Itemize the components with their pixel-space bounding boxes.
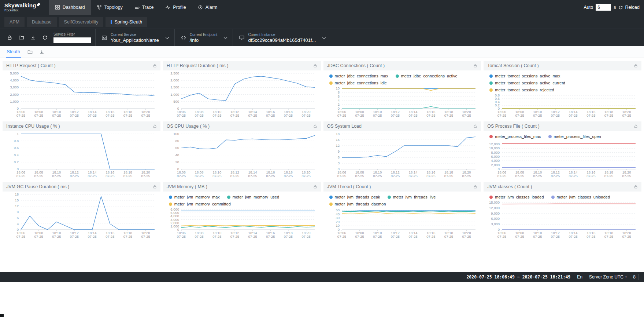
legend-item[interactable]: meter_process_files_max <box>489 134 541 140</box>
lock-icon[interactable] <box>473 185 477 189</box>
nav-item-profile[interactable]: Profile <box>159 0 192 15</box>
legend-dot-icon <box>329 203 333 206</box>
legend-item[interactable]: meter_jvm_memory_used <box>227 194 279 200</box>
chart-panel: JVM classes ( Count ) meter_jvm_classes_… <box>484 182 641 240</box>
selector-label: Current Service <box>111 33 159 37</box>
tab-sleuth[interactable]: Sleuth <box>6 46 21 58</box>
app-logo[interactable]: SkyWalking Rocketbot <box>4 3 40 12</box>
svg-text:07-25: 07-25 <box>408 113 417 117</box>
svg-text:07-25: 07-25 <box>141 174 150 178</box>
legend-item[interactable]: meter_tomcat_sessions_active_max <box>489 73 560 79</box>
svg-text:4: 4 <box>337 98 339 102</box>
legend-item[interactable]: meter_jvm_classes_unloaded <box>551 194 610 200</box>
service-filter: Service Filter <box>53 32 91 43</box>
svg-text:07-25: 07-25 <box>444 234 453 238</box>
download-icon[interactable] <box>39 50 44 55</box>
svg-text:6: 6 <box>337 94 339 98</box>
chart-plot[interactable]: 00.20.40.60.8118:0607-2518:0807-2518:100… <box>4 132 159 179</box>
legend-item[interactable]: meter_tomcat_sessions_active_current <box>489 80 565 86</box>
lock-icon[interactable] <box>153 124 157 128</box>
tab-apm[interactable]: APM <box>4 17 25 27</box>
legend-item[interactable]: meter_jdbc_connections_max <box>329 73 388 79</box>
server-zone-value[interactable]: 8 <box>630 274 639 280</box>
service-icon <box>101 35 107 41</box>
refresh-icon[interactable] <box>39 35 51 40</box>
chart-plot[interactable]: 01,0002,0003,0004,0005,00018:0607-2518:0… <box>4 71 159 118</box>
svg-text:500: 500 <box>173 99 179 103</box>
lock-icon[interactable] <box>634 63 638 68</box>
nav-item-dashboard[interactable]: Dashboard <box>49 0 91 15</box>
chart-plot[interactable]: 036912151818:0607-2518:0807-2518:1007-25… <box>4 192 159 239</box>
lock-icon[interactable] <box>313 185 317 189</box>
service-filter-input[interactable] <box>53 37 91 43</box>
time-range[interactable]: 2020-07-25 18:06:49 ~ 2020-07-25 18:21:4… <box>466 274 570 280</box>
folder-icon[interactable] <box>27 50 33 55</box>
panel-header: JVM Thread ( Count ) <box>323 182 481 192</box>
chart-plot[interactable]: 00.20.40.60.818:0607-2518:0807-2518:1007… <box>485 93 640 118</box>
chart-plot[interactable]: 036912151818:0607-2518:0807-2518:1007-25… <box>325 132 480 179</box>
legend-dot-icon <box>396 74 399 78</box>
legend-item[interactable]: meter_jvm_threads_live <box>388 194 436 200</box>
panel-body: meter_jvm_memory_maxmeter_jvm_memory_use… <box>163 192 321 240</box>
nav-label: Alarm <box>206 5 218 10</box>
legend-item[interactable]: meter_jdbc_connections_idle <box>329 80 387 86</box>
top-navbar: SkyWalking Rocketbot Dashboard Topology … <box>0 0 644 15</box>
chart-plot[interactable]: 03,0006,0009,00012,00015,00018:0607-2518… <box>485 200 640 239</box>
nav-item-trace[interactable]: Trace <box>129 0 160 15</box>
lock-icon[interactable] <box>313 63 317 68</box>
lock-icon[interactable] <box>634 124 638 128</box>
lock-icon[interactable] <box>4 35 15 40</box>
legend-item[interactable]: meter_jvm_memory_max <box>169 194 220 200</box>
tab-spring-sleuth[interactable]: Spring-Sleuth <box>106 17 147 27</box>
nav-item-topology[interactable]: Topology <box>91 0 129 15</box>
chart-plot[interactable]: 0102030405018:0607-2518:0807-2518:1007-2… <box>325 207 480 239</box>
chart-panel: JDBC Connections ( Count ) meter_jdbc_co… <box>323 61 481 119</box>
legend-item[interactable]: meter_tomcat_sessions_rejected <box>489 87 554 93</box>
folder-icon[interactable] <box>15 35 27 40</box>
current-instance-selector[interactable]: Current Instance df5cc29cca094af4b165d74… <box>233 29 331 46</box>
svg-text:07-25: 07-25 <box>355 174 364 178</box>
auto-interval-input[interactable] <box>596 4 611 11</box>
legend-item[interactable]: meter_jvm_classes_loaded <box>489 194 544 200</box>
lock-icon[interactable] <box>313 124 317 128</box>
tab-database[interactable]: Database <box>27 17 57 27</box>
panel-header: OS System Load <box>323 121 481 131</box>
download-icon[interactable] <box>27 35 39 40</box>
svg-text:07-25: 07-25 <box>195 113 203 117</box>
legend-item[interactable]: meter_jdbc_connections_active <box>396 73 458 79</box>
chart-plot[interactable]: 02040608010018:0607-2518:0807-2518:1007-… <box>164 132 319 179</box>
svg-text:50: 50 <box>336 208 340 212</box>
current-endpoint-selector[interactable]: Current Endpoint /info <box>174 29 233 46</box>
selector-label: Current Endpoint <box>190 33 218 37</box>
lock-icon[interactable] <box>473 63 477 68</box>
line-chart-svg: 03,0006,0009,00012,00015,00018:0607-2518… <box>485 200 640 239</box>
chart-panel: JVM Thread ( Count ) meter_jvm_threads_p… <box>323 182 481 240</box>
legend-item[interactable]: meter_process_files_open <box>548 134 601 140</box>
lock-icon[interactable] <box>153 185 157 189</box>
svg-text:07-25: 07-25 <box>622 113 631 117</box>
chart-plot[interactable]: 05001,0001,5002,0002,50018:0607-2518:080… <box>164 71 319 118</box>
reload-button[interactable]: Reload <box>618 5 640 10</box>
lock-icon[interactable] <box>153 63 157 68</box>
tab-selfobservability[interactable]: SelfObservability <box>59 17 104 27</box>
current-service-selector[interactable]: Current Service Your_ApplicationName <box>95 29 174 46</box>
lock-icon[interactable] <box>473 124 477 128</box>
legend-item[interactable]: meter_jvm_threads_peak <box>329 194 380 200</box>
panel-title: OS System Load <box>327 124 362 129</box>
chart-plot[interactable]: 024681018:0607-2518:0807-2518:1007-2518:… <box>325 86 480 118</box>
svg-text:20: 20 <box>175 160 179 164</box>
legend-label: meter_jvm_threads_peak <box>335 194 380 200</box>
svg-text:07-25: 07-25 <box>106 234 114 238</box>
subtabbar: Sleuth <box>0 46 644 58</box>
chart-plot[interactable]: 02,0004,0006,0008,00010,00012,00018:0607… <box>485 140 640 179</box>
language-selector[interactable]: En <box>577 274 582 280</box>
svg-text:07-25: 07-25 <box>177 113 186 117</box>
svg-text:07-25: 07-25 <box>212 174 221 178</box>
chart-plot[interactable]: 01,0002,0003,0004,0005,0006,00018:0607-2… <box>164 207 319 239</box>
legend-dot-icon <box>227 196 230 199</box>
legend-item[interactable]: meter_jvm_memory_committed <box>169 201 231 207</box>
svg-text:07-25: 07-25 <box>444 174 453 178</box>
nav-item-alarm[interactable]: Alarm <box>192 0 223 15</box>
legend-item[interactable]: meter_jvm_threads_daemon <box>329 201 386 207</box>
lock-icon[interactable] <box>634 185 638 189</box>
